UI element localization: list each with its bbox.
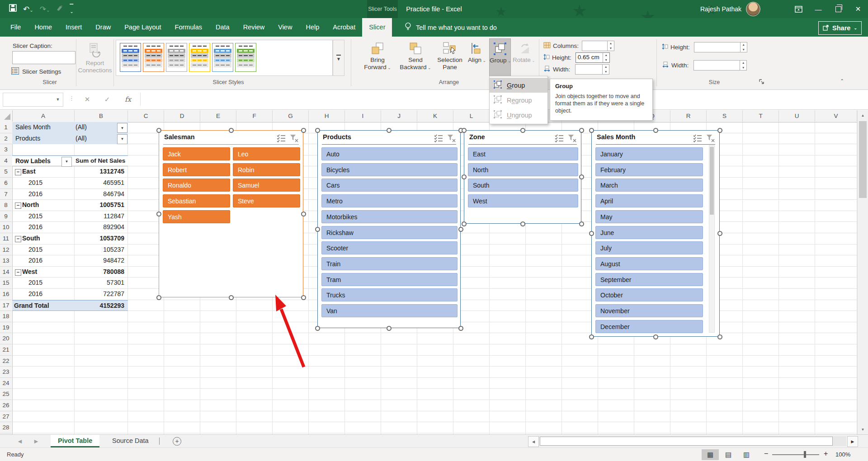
selection-handle[interactable] <box>520 221 525 226</box>
slicer-item-rickshaw[interactable]: Rickshaw <box>321 226 458 239</box>
selection-handle[interactable] <box>458 326 463 331</box>
slicer-item-leo[interactable]: Leo <box>233 147 300 160</box>
sheet-nav-right-icon[interactable]: ▶ <box>30 435 42 447</box>
ribbon-tab-acrobat[interactable]: Acrobat <box>326 18 362 37</box>
row-header-20[interactable]: 20 <box>0 333 12 344</box>
send-backward-button[interactable]: SendBackward ⌄ <box>397 38 434 79</box>
slicer-item-metro[interactable]: Metro <box>321 194 458 207</box>
selection-handle[interactable] <box>156 212 161 216</box>
clear-filter-icon[interactable] <box>289 134 298 142</box>
row-header-12[interactable]: 12 <box>0 245 12 256</box>
column-header-E[interactable]: E <box>200 110 236 122</box>
ribbon-tab-help[interactable]: Help <box>299 18 326 37</box>
column-header-V[interactable]: V <box>815 110 857 122</box>
selection-handle[interactable] <box>462 174 467 179</box>
ribbon-display-options-icon[interactable] <box>788 0 808 18</box>
selection-handle[interactable] <box>156 295 161 300</box>
row-header-15[interactable]: 15 <box>0 278 12 289</box>
selection-handle[interactable] <box>653 128 658 133</box>
ribbon-tab-insert[interactable]: Insert <box>59 18 89 37</box>
horizontal-scrollbar[interactable] <box>539 436 846 446</box>
slicer-style-orange[interactable] <box>143 43 164 72</box>
ribbon-tab-data[interactable]: Data <box>209 18 236 37</box>
zoom-slider-thumb[interactable] <box>804 451 806 458</box>
multi-select-icon[interactable] <box>693 134 702 142</box>
row-header-19[interactable]: 19 <box>0 322 12 334</box>
menu-item-group[interactable]: Group <box>490 78 547 93</box>
column-header-B[interactable]: B <box>75 110 128 122</box>
slicer-item-april[interactable]: April <box>595 194 703 207</box>
row-header-8[interactable]: 8 <box>0 200 12 211</box>
slicer-item-steve[interactable]: Steve <box>233 194 300 207</box>
slicer-item-yash[interactable]: Yash <box>163 210 230 223</box>
hscroll-left-icon[interactable]: ◀ <box>528 436 539 447</box>
slicer-item-sebastian[interactable]: Sebastian <box>163 194 230 207</box>
new-sheet-button[interactable]: + <box>173 437 181 446</box>
button-height-input[interactable]: 0.65 cm▲▼ <box>576 52 610 63</box>
size-width-input[interactable]: ▲▼ <box>693 60 747 71</box>
slicer-item-north[interactable]: North <box>468 163 578 176</box>
slicer-caption-input[interactable] <box>12 51 75 64</box>
selection-handle[interactable] <box>315 326 320 331</box>
clear-filter-icon[interactable] <box>447 134 456 142</box>
slicer-item-december[interactable]: December <box>595 320 703 333</box>
slicer-item-february[interactable]: February <box>595 163 703 176</box>
selection-handle[interactable] <box>462 221 467 226</box>
sheet-nav-left-icon[interactable]: ◀ <box>14 435 26 447</box>
row-header-7[interactable]: 7 <box>0 189 12 200</box>
scroll-up-icon[interactable]: ▲ <box>858 110 868 120</box>
ribbon-tab-page-layout[interactable]: Page Layout <box>118 18 168 37</box>
slicer-item-train[interactable]: Train <box>321 257 458 270</box>
row-header-11[interactable]: 11 <box>0 233 12 245</box>
row-header-28[interactable]: 28 <box>0 422 12 433</box>
hscroll-right-icon[interactable]: ▶ <box>847 436 858 447</box>
slicer-scrollbar[interactable] <box>709 145 715 333</box>
close-button[interactable]: ✕ <box>848 0 868 18</box>
slicer-item-robert[interactable]: Robert <box>163 163 230 176</box>
column-header-F[interactable]: F <box>236 110 273 122</box>
selection-handle[interactable] <box>717 334 722 339</box>
account-area[interactable]: Rajesh Pathak <box>700 0 760 18</box>
size-height-input[interactable]: ▲▼ <box>694 42 747 52</box>
column-header-T[interactable]: T <box>743 110 779 122</box>
multi-select-icon[interactable] <box>277 134 286 142</box>
button-width-input[interactable]: ▲▼ <box>575 64 609 75</box>
gallery-more-button[interactable]: ▼ <box>333 40 344 76</box>
slicer-item-south[interactable]: South <box>468 179 578 192</box>
zoom-slider[interactable] <box>772 454 819 455</box>
horizontal-scroll-thumb[interactable] <box>540 437 833 446</box>
column-header-H[interactable]: H <box>309 110 345 122</box>
slicer-item-january[interactable]: January <box>595 147 703 160</box>
page-break-view-icon[interactable]: ▥ <box>738 449 755 460</box>
zoom-out-icon[interactable]: − <box>764 450 768 458</box>
slicer-item-scooter[interactable]: Scooter <box>321 241 458 254</box>
sheet-tab-pivot-table[interactable]: Pivot Table <box>51 435 99 447</box>
save-icon[interactable] <box>9 4 17 14</box>
slicer-style-gold[interactable] <box>189 43 210 72</box>
slicer-item-ronaldo[interactable]: Ronaldo <box>163 179 230 192</box>
row-header-17[interactable]: 17 <box>0 300 12 311</box>
name-box-dropdown-icon[interactable]: ▼ <box>53 93 62 106</box>
collapse-ribbon-icon[interactable]: ⌃ <box>840 78 844 84</box>
selection-handle[interactable] <box>653 334 658 339</box>
slicer-item-september[interactable]: September <box>595 273 703 286</box>
slicer-item-robin[interactable]: Robin <box>233 163 300 176</box>
column-header-A[interactable]: A <box>12 110 75 122</box>
slicer-item-auto[interactable]: Auto <box>321 147 458 160</box>
zoom-level[interactable]: 100% <box>835 451 850 458</box>
ribbon-tab-review[interactable]: Review <box>236 18 272 37</box>
slicer-sales-month[interactable]: Sales MonthJanuaryFebruaryMarchAprilMayJ… <box>591 130 720 337</box>
selection-handle[interactable] <box>520 128 525 133</box>
row-header-26[interactable]: 26 <box>0 400 12 411</box>
row-header-2[interactable]: 2 <box>0 133 12 145</box>
row-header-13[interactable]: 13 <box>0 255 12 267</box>
selection-handle[interactable] <box>589 334 594 339</box>
ribbon-tab-slicer[interactable]: Slicer <box>362 18 392 37</box>
normal-view-icon[interactable]: ▦ <box>702 449 719 460</box>
row-header-22[interactable]: 22 <box>0 356 12 367</box>
undo-icon[interactable]: ↶⌄ <box>23 5 33 14</box>
insert-function-icon[interactable]: fx <box>121 93 135 106</box>
row-header-9[interactable]: 9 <box>0 211 12 222</box>
column-header-J[interactable]: J <box>381 110 417 122</box>
clear-filter-icon[interactable] <box>706 134 715 142</box>
